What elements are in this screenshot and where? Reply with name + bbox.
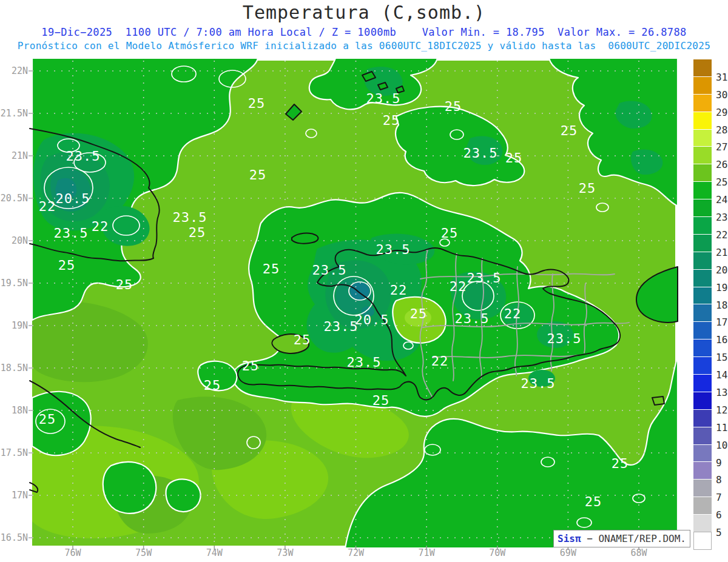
contour-label: 25 bbox=[505, 150, 523, 166]
colorbar-tick-label: 29 bbox=[716, 107, 727, 118]
lat-label: 22N bbox=[0, 65, 28, 76]
watermark-box: Sisπ − ONAMET/REP.DOM. bbox=[553, 530, 690, 547]
colorbar-segment bbox=[693, 252, 712, 269]
contour-label: 23.5 bbox=[463, 146, 498, 161]
colorbar-segment bbox=[693, 461, 712, 479]
lon-label: 72W bbox=[339, 547, 373, 558]
contour-label: 22 bbox=[431, 353, 449, 369]
lat-label: 19N bbox=[0, 320, 28, 331]
contour-label: 25 bbox=[248, 96, 266, 111]
contour-label: 23.5 bbox=[347, 355, 382, 370]
colorbar-segment bbox=[693, 181, 712, 199]
contour-label: 25 bbox=[263, 261, 280, 276]
contour-label: 25 bbox=[242, 358, 260, 373]
contour-label: 23.5 bbox=[547, 331, 582, 346]
colorbar-tick-label: 18 bbox=[716, 299, 727, 311]
colorbar-tick-label: 23 bbox=[716, 212, 727, 223]
colorbar-tick-label: 15 bbox=[716, 352, 727, 363]
colorbar-tick-label: 14 bbox=[716, 369, 727, 381]
contour-label: 25 bbox=[116, 277, 133, 292]
contour-label: 25 bbox=[58, 258, 76, 273]
coast-mona bbox=[652, 396, 664, 405]
colorbar-tick-label: 20 bbox=[716, 264, 727, 276]
contour-label: 20.5 bbox=[56, 191, 90, 206]
contour-label: 25 bbox=[294, 332, 311, 347]
lat-label: 17N bbox=[0, 490, 28, 501]
colorbar-segment bbox=[693, 497, 712, 514]
watermark-brand: Sisπ bbox=[558, 533, 581, 544]
colorbar-segment bbox=[693, 216, 712, 234]
subtitle-valid-time: 19−Dic−2025 1100 UTC / 7:00 am Hora Loca… bbox=[0, 26, 728, 38]
colorbar-segment bbox=[693, 409, 712, 427]
contour-label: 22 bbox=[39, 199, 56, 214]
contour-label: 25 bbox=[39, 412, 56, 427]
contour-label: 22 bbox=[92, 219, 109, 234]
colorbar-segment bbox=[693, 164, 712, 181]
contour-label: 22 bbox=[390, 283, 408, 298]
colorbar-tick-label: 12 bbox=[716, 404, 727, 416]
colorbar-tick-label: 21 bbox=[716, 247, 727, 258]
colorbar-segment bbox=[693, 374, 712, 392]
colorbar-segment bbox=[693, 356, 712, 374]
colorbar-segment bbox=[693, 234, 712, 252]
contour-label: 25 bbox=[561, 123, 578, 138]
lon-label: 69W bbox=[551, 547, 585, 558]
colorbar-segment bbox=[693, 532, 712, 550]
contour-label: 25 bbox=[204, 378, 221, 393]
contour-label: 23.5 bbox=[467, 270, 502, 286]
lon-label: 76W bbox=[56, 547, 90, 558]
map-canvas: 252523.5252523.525252523.520.5222223.525… bbox=[32, 61, 675, 546]
colorbar-tick-label: 22 bbox=[716, 229, 727, 241]
colorbar-segment bbox=[693, 427, 712, 444]
colorbar-tick-label: 11 bbox=[716, 422, 727, 433]
contour-label: 25 bbox=[441, 226, 459, 241]
colorbar-tick-label: 5 bbox=[716, 527, 722, 538]
colorbar-tick-label: 17 bbox=[716, 316, 727, 328]
colorbar-tick-label: 24 bbox=[716, 194, 727, 206]
lat-label: 20.5N bbox=[0, 193, 28, 204]
lat-label: 18.5N bbox=[0, 363, 28, 373]
colorbar-tick-label: 19 bbox=[716, 282, 727, 293]
colorbar-segment bbox=[693, 514, 712, 532]
subtitle-model-info: Pronóstico con el Modelo Atmósferico WRF… bbox=[0, 40, 728, 52]
contour-label: 25 bbox=[585, 494, 602, 509]
contour-label: 23.5 bbox=[54, 226, 89, 241]
lat-label: 21.5N bbox=[0, 108, 28, 119]
lon-label: 75W bbox=[127, 547, 161, 558]
blob-sw-2 bbox=[103, 462, 157, 513]
lon-label: 70W bbox=[480, 547, 514, 558]
colorbar-tick-label: 6 bbox=[716, 509, 722, 521]
lon-label: 73W bbox=[268, 547, 302, 558]
lat-label: 20N bbox=[0, 235, 28, 246]
colorbar-tick-label: 28 bbox=[716, 124, 727, 136]
lon-label: 71W bbox=[410, 547, 443, 558]
coast-tortuga bbox=[292, 233, 318, 244]
colorbar-segment bbox=[693, 339, 712, 356]
colorbar-segment bbox=[693, 129, 712, 147]
contour-label: 23.5 bbox=[324, 319, 359, 334]
contour-label: 25 bbox=[612, 456, 629, 471]
contour-label: 25 bbox=[372, 393, 390, 408]
contour-label: 22 bbox=[450, 279, 467, 294]
colorbar-tick-label: 13 bbox=[716, 387, 727, 398]
colorbar-tick-label: 9 bbox=[716, 457, 722, 469]
contour-label: 25 bbox=[410, 306, 428, 321]
contour-label: 20.5 bbox=[355, 312, 389, 327]
contour-label: 23.5 bbox=[366, 91, 401, 106]
contour-label: 23.5 bbox=[455, 311, 490, 326]
colorbar-segment bbox=[693, 76, 712, 94]
colorbar-tick-label: 31 bbox=[716, 72, 727, 83]
contour-label: 25 bbox=[383, 113, 400, 128]
page-title: Temperatura (C,somb.) bbox=[0, 2, 728, 23]
colorbar-segment bbox=[693, 146, 712, 164]
lat-label: 21N bbox=[0, 150, 28, 161]
colorbar-segment bbox=[693, 112, 712, 129]
colorbar-segment bbox=[693, 392, 712, 409]
contour-label: 25 bbox=[579, 181, 596, 196]
contour-label: 23.5 bbox=[521, 376, 556, 391]
colorbar-segment bbox=[693, 304, 712, 321]
colorbar-tick-label: 7 bbox=[716, 492, 722, 503]
colorbar-segment bbox=[693, 479, 712, 497]
weather-map-page: Temperatura (C,somb.) 19−Dic−2025 1100 U… bbox=[0, 0, 728, 562]
colorbar-tick-label: 30 bbox=[716, 89, 727, 101]
